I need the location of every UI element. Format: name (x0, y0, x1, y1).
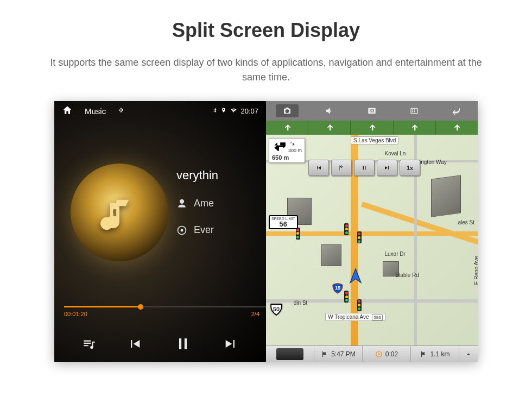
lane-guidance (266, 121, 478, 135)
remaining-time: 0:02 (363, 346, 411, 362)
turn-instruction: 300 m 650 m (269, 138, 305, 163)
camera-icon[interactable] (276, 104, 299, 117)
artist-icon (176, 198, 187, 209)
sim-flag-icon[interactable] (331, 160, 352, 176)
street-label: W Tropicana Ave 593 (325, 313, 385, 321)
street-label: ales St (455, 219, 477, 226)
turn-left-icon (272, 140, 286, 154)
volume-icon[interactable] (318, 104, 341, 117)
lane-arrow (266, 121, 308, 135)
bluetooth-icon (212, 106, 218, 116)
menu-button[interactable] (266, 346, 314, 362)
street-label: Koval Ln (383, 150, 408, 157)
clock: 20:07 (240, 107, 258, 115)
apps-icon[interactable] (403, 104, 426, 117)
navigation-pane: S Las Vegas Blvd Koval Ln Duke Ellington… (266, 101, 478, 362)
music-pane: Music 20:07 verythin Ame (54, 101, 266, 362)
flag-icon (420, 350, 427, 358)
sim-next-icon[interactable] (377, 160, 397, 176)
app-label: Music (85, 106, 106, 116)
next-track-icon[interactable] (223, 336, 238, 354)
eta: 5:47 PM (314, 346, 363, 362)
playlist-icon[interactable] (82, 337, 96, 353)
lane-arrow (436, 121, 478, 135)
sim-prev-icon[interactable] (308, 160, 329, 176)
track-row-album[interactable]: Ever (176, 217, 266, 243)
progress-bar[interactable] (64, 306, 266, 307)
nav-toolbar (266, 101, 478, 121)
track-row-playing[interactable]: verythin (176, 161, 266, 190)
interstate-shield: 15 (332, 282, 344, 296)
svg-rect-4 (414, 109, 415, 110)
track-label: Ever (194, 224, 214, 236)
album-art (71, 164, 168, 261)
flag-icon (321, 350, 328, 358)
sim-pause-icon[interactable] (354, 160, 375, 176)
lane-arrow (351, 121, 393, 135)
svg-rect-5 (412, 111, 413, 112)
track-label: verythin (176, 168, 218, 183)
street-label: S Las Vegas Blvd (351, 136, 398, 144)
close-screen-icon[interactable] (360, 104, 383, 117)
page-title: Split Screen Display (0, 0, 532, 42)
svg-rect-3 (412, 109, 413, 110)
track-counter: 2/4 (251, 311, 259, 317)
street-label: din St (292, 299, 310, 306)
clock-icon (375, 350, 383, 358)
turn-right-icon (288, 140, 296, 148)
location-icon (221, 106, 226, 116)
sim-speed-button[interactable]: 1x (400, 160, 420, 176)
street-label: Stable Rd (393, 272, 421, 279)
lane-arrow (308, 121, 351, 135)
track-row-artist[interactable]: Ame (176, 190, 266, 217)
back-icon[interactable] (445, 104, 468, 117)
track-list: verythin Ame Ever (176, 161, 266, 243)
music-status-bar: Music 20:07 (54, 101, 266, 121)
svg-point-1 (181, 229, 183, 231)
svg-rect-2 (411, 108, 417, 113)
music-controls (54, 335, 266, 355)
page-subtitle: It supports the same screen display of t… (0, 42, 532, 101)
track-label: Ame (194, 198, 214, 209)
progress-area: 00:01:20 2/4 (64, 306, 266, 317)
speed-limit-sign: SPEED LIMIT 56 (269, 215, 298, 229)
street-label: E Reno Ave (473, 254, 478, 287)
album-icon (176, 225, 187, 236)
nav-footer: 5:47 PM 0:02 1.1 km (266, 345, 478, 362)
sim-playback-bar: 1x (308, 160, 420, 176)
time-current: 00:01:20 (64, 311, 87, 317)
street-label: Luxor Dr (383, 250, 408, 257)
usb-icon (118, 106, 124, 116)
split-screen-device: Music 20:07 verythin Ame (54, 101, 478, 362)
pause-icon[interactable] (174, 335, 192, 355)
remaining-distance: 1.1 km (411, 346, 459, 362)
turn-distance: 650 m (272, 154, 302, 161)
next-turn-distance: 300 m (288, 148, 302, 153)
prev-track-icon[interactable] (127, 336, 142, 354)
expand-icon[interactable] (459, 346, 478, 362)
wifi-icon (230, 107, 237, 115)
vehicle-cursor (346, 267, 365, 287)
svg-rect-6 (414, 111, 415, 112)
lane-arrow (394, 121, 436, 135)
route-shield: 50 (269, 303, 284, 318)
home-icon[interactable] (62, 105, 73, 117)
